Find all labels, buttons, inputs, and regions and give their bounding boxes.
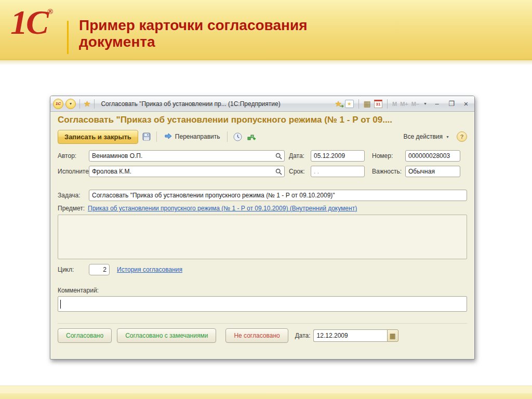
help-button[interactable]: ?: [457, 131, 467, 142]
subject-label: Предмет:: [58, 205, 88, 212]
redirect-label: Перенаправить: [175, 133, 220, 140]
titlebar-separator: [387, 99, 388, 109]
term-input[interactable]: . .: [311, 166, 365, 177]
importance-label: Важность:: [372, 168, 405, 175]
toolbar-separator: [227, 131, 228, 142]
onec-logo-text: 1С: [10, 3, 47, 41]
approval-history-link[interactable]: История согласования: [117, 266, 182, 273]
task-label: Задача:: [58, 192, 89, 199]
go-to-favorites-icon[interactable]: ★➜: [335, 100, 341, 108]
footer-band-dark: [0, 393, 532, 399]
importance-input[interactable]: Обычная: [405, 166, 460, 177]
author-lookup-icon[interactable]: [274, 151, 284, 161]
slide: 1С® Пример карточки согласования докумен…: [0, 0, 532, 399]
form-footer: Согласовано Согласовано с замечаниями Не…: [58, 323, 467, 343]
titlebar-separator: [79, 99, 80, 109]
slide-title-line1: Пример карточки согласования: [79, 17, 308, 34]
footer-date-label: Дата:: [295, 332, 311, 339]
save-and-close-button[interactable]: Записать и закрыть: [58, 130, 138, 144]
approved-button[interactable]: Согласовано: [58, 328, 112, 343]
save-icon[interactable]: [141, 131, 152, 142]
executor-input[interactable]: Фролова К.М.: [89, 166, 285, 177]
not-approved-button[interactable]: Не согласовано: [225, 328, 288, 343]
subject-link[interactable]: Приказ об установлении пропускного режим…: [88, 205, 357, 212]
app-icon[interactable]: 1С: [53, 99, 63, 109]
main-menu-button[interactable]: ▼: [65, 99, 76, 109]
author-label: Автор:: [58, 152, 89, 159]
calculator-icon[interactable]: ▦: [364, 100, 371, 108]
comment-label: Комментарий:: [58, 287, 467, 294]
comment-input[interactable]: [58, 296, 467, 312]
create-based-on-icon[interactable]: [246, 131, 257, 142]
form-title: Согласовать "Приказ об установлении проп…: [58, 115, 467, 125]
field-row-subject: Предмет: Приказ об установлении пропускн…: [58, 205, 467, 212]
maximize-button[interactable]: ❐: [446, 99, 457, 109]
window-titlebar: 1С ▼ ★ Согласовать "Приказ об установлен…: [50, 96, 474, 112]
footer-date-input[interactable]: 12.12.2009: [313, 329, 387, 342]
memory-mplus-button[interactable]: M+: [400, 101, 408, 107]
calendar-icon[interactable]: 31: [374, 100, 382, 108]
field-row-executor: Исполнитель: Фролова К.М. Срок: . . Важн…: [58, 166, 467, 177]
footer-band-light: [0, 385, 532, 393]
number-label: Номер:: [372, 152, 405, 159]
all-actions-label: Все действия: [404, 133, 443, 140]
green-arrow-icon: ➜: [340, 104, 344, 109]
slide-title: Пример карточки согласования документа: [79, 17, 308, 50]
header-divider: [67, 21, 69, 54]
date-label: Дата:: [289, 152, 311, 159]
registered-mark: ®: [47, 7, 53, 16]
subject-description-box: [58, 215, 467, 259]
titlebar-separator: [358, 99, 359, 109]
cycle-input[interactable]: 2: [89, 264, 110, 275]
task-input[interactable]: Согласовать "Приказ об установлении проп…: [89, 190, 467, 201]
favorites-star-icon[interactable]: ★: [84, 100, 90, 108]
clock-icon[interactable]: [232, 131, 243, 142]
footer-date-field: 12.12.2009 ▦: [313, 329, 398, 342]
field-row-author: Автор: Вениаминов О.П. Дата: 05.12.2009 …: [58, 150, 467, 162]
titlebar-separator: [94, 99, 95, 109]
all-actions-caret: ▼: [446, 135, 449, 139]
close-button[interactable]: ×: [460, 99, 472, 109]
author-input[interactable]: Вениаминов О.П.: [89, 150, 285, 162]
field-row-cycle: Цикл: 2 История согласования: [58, 264, 467, 275]
minimize-button[interactable]: –: [431, 99, 443, 109]
memory-m-button[interactable]: M: [392, 101, 397, 107]
onec-logo: 1С®: [10, 5, 53, 39]
executor-lookup-icon[interactable]: [274, 167, 284, 176]
form-body: Согласовать "Приказ об установлении проп…: [50, 112, 474, 343]
all-actions-button[interactable]: Все действия ▼: [404, 133, 450, 140]
approved-with-remarks-button[interactable]: Согласовано с замечаниями: [117, 328, 216, 343]
add-favorite-icon[interactable]: ★: [345, 100, 354, 108]
term-label: Срок:: [289, 168, 311, 175]
field-row-task: Задача: Согласовать "Приказ об установле…: [58, 190, 467, 201]
titlebar-right-icons: ★➜ ★ ▦ 31 M M+ M– ▼ – ❐ ×: [335, 99, 472, 109]
slide-title-line2: документа: [79, 34, 308, 50]
memory-mminus-button[interactable]: M–: [411, 101, 419, 107]
app-window: 1С ▼ ★ Согласовать "Приказ об установлен…: [50, 96, 475, 360]
text-cursor: [60, 300, 61, 309]
form-toolbar: Записать и закрыть Перенаправить: [58, 129, 467, 144]
redirect-button[interactable]: Перенаправить: [162, 131, 223, 143]
cycle-label: Цикл:: [58, 266, 89, 273]
date-input[interactable]: 05.12.2009: [311, 150, 365, 162]
date-picker-icon[interactable]: ▦: [387, 329, 398, 342]
titlebar-dropdown-caret[interactable]: ▼: [423, 102, 427, 105]
redirect-arrow-icon: [164, 132, 172, 141]
executor-label: Исполнитель:: [58, 168, 89, 175]
number-input[interactable]: 000000028003: [405, 150, 460, 162]
toolbar-separator: [156, 131, 157, 142]
window-title: Согласовать "Приказ об установлении пр..…: [101, 100, 280, 108]
header-fade: [0, 60, 532, 65]
